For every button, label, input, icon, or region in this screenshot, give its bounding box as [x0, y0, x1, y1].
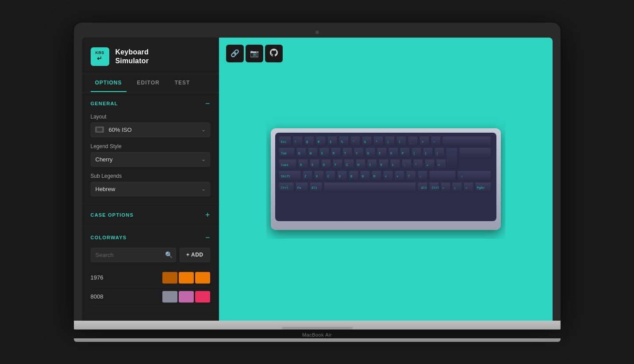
svg-text:>: >	[396, 175, 398, 178]
layout-keyboard-icon	[95, 126, 104, 133]
svg-text:): )	[399, 140, 400, 144]
main-preview-area: 🔗 📷	[219, 38, 553, 321]
laptop-bottom-bar	[74, 338, 561, 342]
svg-text:E: E	[321, 152, 323, 155]
svg-text:(: (	[387, 140, 389, 144]
svg-rect-15	[431, 136, 441, 146]
sub-legends-label: Sub Legends	[91, 173, 210, 179]
swatch-1976-1	[162, 272, 177, 284]
swatch-8008-1	[162, 291, 177, 303]
sidebar: KBS ↵ Keyboard Simulator OPTIONS EDITOR …	[82, 38, 219, 321]
layout-label: Layout	[91, 114, 210, 120]
screen-bezel: KBS ↵ Keyboard Simulator OPTIONS EDITOR …	[74, 23, 561, 321]
svg-text:}: }	[425, 152, 427, 155]
svg-text:": "	[415, 163, 417, 167]
svg-text:^: ^	[353, 140, 354, 144]
swatch-8008-3	[195, 291, 210, 303]
case-options-section-title: CASE OPTIONS	[91, 212, 134, 218]
colorway-name-8008: 8008	[91, 293, 157, 300]
svg-text:L: L	[392, 163, 394, 167]
legend-style-field-group: Legend Style Cherry DSA SA KAT MT3 ⌄	[91, 143, 210, 167]
legend-style-select[interactable]: Cherry DSA SA KAT MT3	[91, 152, 210, 167]
general-section: GENERAL − Layout 60% ISO	[82, 92, 219, 204]
toolbar: 🔗 📷	[226, 45, 283, 62]
colorways-section: COLORWAYS − 🔍 + ADD	[82, 226, 219, 314]
svg-text:~: ~	[433, 140, 435, 144]
layout-select[interactable]: 60% ISO 60% ANSI 65% 75% TKL Full Size	[91, 123, 210, 137]
svg-text:Alt: Alt	[421, 186, 427, 190]
tab-editor[interactable]: EDITOR	[133, 74, 164, 92]
laptop-base	[74, 321, 561, 330]
search-input-wrap: 🔍	[91, 248, 177, 262]
legend-style-label: Legend Style	[91, 143, 210, 149]
svg-text:Fn: Fn	[297, 186, 301, 190]
svg-rect-12	[396, 136, 406, 146]
colorways-section-header[interactable]: COLORWAYS −	[91, 234, 210, 241]
general-section-title: GENERAL	[91, 101, 118, 106]
svg-text:+: +	[422, 140, 423, 144]
svg-text:Q: Q	[298, 152, 300, 155]
svg-text:S: S	[311, 163, 313, 167]
camera-icon: 📷	[250, 49, 259, 57]
case-options-section: CASE OPTIONS +	[82, 204, 219, 226]
svg-text:H: H	[357, 163, 359, 167]
logo-text: KBS	[95, 51, 104, 55]
general-section-header[interactable]: GENERAL −	[91, 100, 210, 107]
svg-text:U: U	[367, 152, 369, 155]
link-button[interactable]: 🔗	[226, 45, 244, 62]
svg-rect-8	[350, 136, 360, 146]
tab-test[interactable]: TEST	[170, 74, 195, 92]
tab-options[interactable]: OPTIONS	[91, 74, 127, 92]
svg-text:Esc: Esc	[281, 140, 287, 144]
svg-text:↩: ↩	[438, 163, 440, 167]
svg-rect-32	[459, 148, 491, 157]
svg-rect-7	[339, 136, 349, 146]
keyboard-svg: Esc ! @ # $ % ^ & * ( ) _ +	[266, 119, 505, 239]
general-toggle-icon[interactable]: −	[205, 100, 210, 107]
colorway-swatches-1976	[162, 272, 210, 284]
laptop-screen: KBS ↵ Keyboard Simulator OPTIONS EDITOR …	[82, 38, 553, 321]
laptop-shell: KBS ↵ Keyboard Simulator OPTIONS EDITOR …	[74, 23, 561, 342]
svg-text::: :	[403, 163, 405, 167]
colorway-name-1976: 1976	[91, 274, 157, 281]
sub-legends-select[interactable]: Hebrew None Cyrillic Arabic Japanese	[91, 182, 210, 196]
svg-text:G: G	[346, 163, 348, 167]
case-options-toggle-icon[interactable]: +	[205, 211, 210, 219]
swatch-1976-3	[195, 272, 210, 284]
add-colorway-button[interactable]: + ADD	[180, 248, 210, 262]
colorway-item-8008[interactable]: 8008	[91, 287, 210, 307]
app-logo: KBS ↵	[91, 47, 109, 66]
search-add-row: 🔍 + ADD	[91, 248, 210, 262]
github-button[interactable]	[265, 45, 283, 62]
camera-dot	[315, 31, 319, 34]
svg-text:Alt: Alt	[311, 186, 317, 190]
macbook-label-container: MacBook Air	[74, 330, 561, 338]
svg-text:F: F	[334, 163, 336, 167]
screenshot-button[interactable]: 📷	[246, 45, 263, 62]
svg-text:{: {	[413, 152, 415, 155]
svg-text:↑: ↑	[461, 175, 463, 178]
search-icon-button[interactable]: 🔍	[165, 251, 173, 258]
sub-legends-field-group: Sub Legends Hebrew None Cyrillic Arabic …	[91, 173, 210, 196]
svg-rect-10	[373, 136, 383, 146]
svg-text:Z: Z	[304, 175, 306, 178]
colorways-toggle-icon[interactable]: −	[205, 234, 210, 241]
svg-text:P: P	[402, 152, 403, 155]
layout-field-group: Layout 60% ISO 60% ANSI 65% 75%	[91, 114, 210, 137]
svg-text:B: B	[350, 175, 352, 178]
colorway-item-1976[interactable]: 1976	[91, 268, 210, 287]
legend-style-select-wrapper: Cherry DSA SA KAT MT3 ⌄	[91, 152, 210, 167]
layout-select-wrapper: 60% ISO 60% ANSI 65% 75% TKL Full Size ⌄	[91, 123, 210, 137]
svg-text:J: J	[369, 163, 371, 167]
search-input[interactable]	[91, 248, 177, 262]
case-options-section-header[interactable]: CASE OPTIONS +	[91, 211, 210, 219]
svg-rect-9	[362, 136, 372, 146]
svg-rect-6	[327, 136, 337, 146]
svg-text:PgDn: PgDn	[477, 186, 484, 190]
svg-text:↓: ↓	[454, 186, 456, 190]
svg-text:D: D	[323, 163, 325, 167]
github-icon	[270, 49, 278, 58]
svg-text:Caps: Caps	[281, 163, 288, 167]
svg-text:M: M	[373, 175, 375, 178]
svg-rect-59	[429, 171, 456, 180]
